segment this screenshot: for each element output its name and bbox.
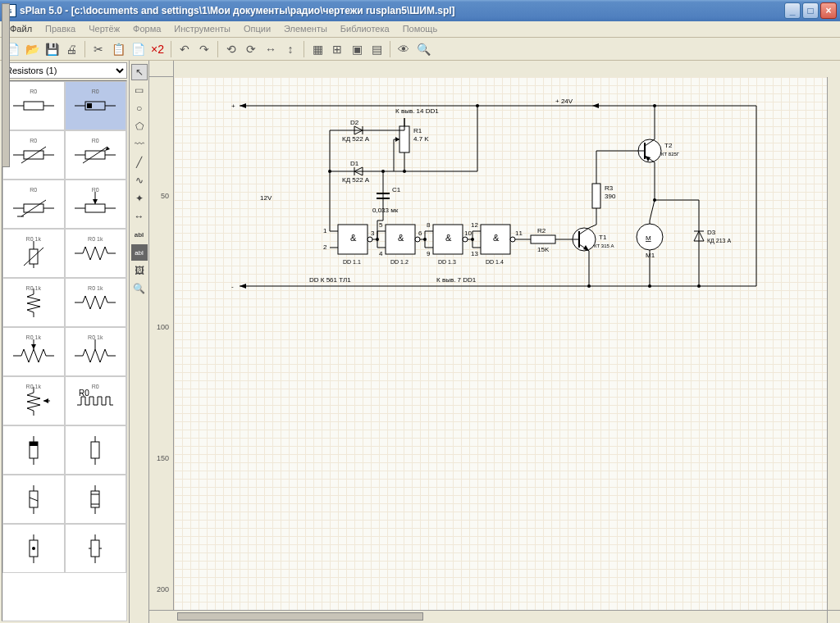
svg-text:8: 8 [427, 221, 431, 229]
menu-drawing[interactable]: Чертёж [82, 21, 126, 37]
palette-resistor-us-pot[interactable]: R0 1k [2, 327, 65, 376]
palette-resistor-us-v[interactable]: R0 1k [2, 278, 65, 327]
menu-tools[interactable]: Инструменты [167, 21, 237, 37]
rotate-right-button[interactable]: ⟳ [242, 40, 260, 58]
save-button[interactable]: 💾 [43, 40, 61, 58]
svg-rect-50 [30, 442, 38, 446]
svg-text:M: M [646, 234, 651, 242]
svg-text:+: + [231, 102, 235, 110]
text-tool[interactable]: abl [131, 226, 148, 243]
flip-v-button[interactable]: ↕ [281, 40, 299, 58]
palette-comp2[interactable] [65, 475, 127, 524]
menu-elements[interactable]: Элементы [277, 21, 334, 37]
palette-fuse2[interactable] [65, 425, 127, 475]
svg-text:3: 3 [371, 230, 375, 237]
palette-resistor-trim[interactable]: R0 1k [2, 376, 65, 425]
svg-line-14 [83, 147, 107, 163]
close-button[interactable]: × [820, 2, 837, 19]
palette-resistor-var3[interactable]: R0 [2, 180, 65, 229]
scrollbar-horizontal[interactable] [174, 610, 827, 623]
menu-edit[interactable]: Правка [39, 21, 82, 37]
svg-rect-22 [85, 204, 105, 212]
menu-help[interactable]: Помощь [396, 21, 445, 37]
ruler-corner [149, 61, 174, 77]
bezier-tool[interactable]: ∿ [131, 172, 148, 189]
svg-text:1: 1 [323, 227, 327, 234]
menu-options[interactable]: Опции [237, 21, 277, 37]
svg-text:D2: D2 [350, 119, 359, 126]
svg-text:11: 11 [515, 230, 523, 237]
label-tool[interactable]: abl [131, 244, 148, 261]
palette-crystal[interactable]: R0R0 [65, 376, 127, 425]
delete-button[interactable]: ×2 [148, 40, 167, 58]
menu-form[interactable]: Форма [126, 21, 167, 37]
palette-resistor-us[interactable]: R0 1k [65, 229, 127, 278]
palette-resistor-eu2[interactable]: R0 [65, 81, 127, 130]
svg-rect-53 [91, 442, 99, 458]
align-button[interactable]: ▦ [308, 40, 326, 58]
svg-text:9: 9 [427, 250, 431, 257]
zoom-tool[interactable]: 🔍 [131, 280, 148, 297]
svg-text:R2: R2 [537, 227, 546, 234]
title-bar: s sPlan 5.0 - [c:\documents and settings… [0, 0, 840, 21]
palette-resistor-us-pot2[interactable]: R0 1k [65, 327, 127, 376]
node-tool[interactable]: ✦ [131, 190, 148, 207]
rect-tool[interactable]: ▭ [131, 82, 148, 98]
svg-marker-39 [31, 344, 36, 349]
palette-fuse1[interactable] [2, 425, 65, 475]
palette-comp1[interactable] [2, 475, 65, 524]
zoom-button[interactable]: 🔍 [414, 40, 432, 58]
bringfront-button[interactable]: ▤ [368, 40, 386, 58]
svg-rect-69 [91, 540, 99, 557]
print-button[interactable]: 🖨 [62, 40, 80, 58]
paste-button[interactable]: 📄 [129, 40, 147, 58]
redo-button[interactable]: ↷ [195, 40, 213, 58]
svg-point-204 [423, 238, 427, 241]
copy-button[interactable]: 📋 [109, 40, 127, 58]
palette-resistor-var2[interactable]: R0 [65, 130, 127, 180]
svg-text:DD К 561 ТЛ1: DD К 561 ТЛ1 [309, 276, 351, 284]
svg-text:R0: R0 [79, 389, 89, 398]
scrollbar-vertical[interactable] [827, 77, 840, 610]
svg-text:4: 4 [379, 250, 383, 257]
palette-resistor-us2[interactable]: R0 1k [65, 278, 127, 327]
svg-text:-: - [231, 283, 234, 290]
find-button[interactable]: 👁 [395, 40, 413, 58]
cut-button[interactable]: ✂ [89, 40, 107, 58]
menu-bar: Файл Правка Чертёж Форма Инструменты Опц… [0, 21, 840, 38]
select-tool[interactable]: ↖ [131, 64, 148, 80]
svg-text:M1: M1 [646, 252, 655, 259]
maximize-button[interactable]: □ [802, 2, 819, 19]
circle-tool[interactable]: ○ [131, 100, 148, 116]
polygon-tool[interactable]: ⬠ [131, 118, 148, 134]
svg-point-223 [403, 170, 406, 173]
svg-text:DD 1.1: DD 1.1 [343, 259, 361, 265]
line-tool[interactable]: ╱ [131, 154, 148, 171]
svg-point-195 [476, 104, 479, 107]
grid-button[interactable]: ⊞ [328, 40, 346, 58]
svg-marker-25 [93, 199, 98, 204]
flip-h-button[interactable]: ↔ [262, 40, 280, 58]
menu-library[interactable]: Библиотека [334, 21, 396, 37]
svg-text:R1: R1 [413, 127, 422, 134]
palette-comp4[interactable] [65, 524, 127, 573]
toolbar: 📄 📂 💾 🖨 ✂ 📋 📄 ×2 ↶ ↷ ⟲ ⟳ ↔ ↕ ▦ ⊞ ▣ ▤ 👁 🔍 [0, 38, 840, 61]
drawing-canvas[interactable]: + + 24V К выв. 14 DD1 - DD К 561 ТЛ1 К в… [174, 77, 827, 610]
image-tool[interactable]: 🖼 [131, 262, 148, 279]
dimension-tool[interactable]: ↔ [131, 208, 148, 225]
undo-button[interactable]: ↶ [176, 40, 194, 58]
open-button[interactable]: 📂 [23, 40, 41, 58]
palette-comp3[interactable] [2, 524, 65, 573]
window-title: sPlan 5.0 - [c:\documents and settings\1… [20, 5, 783, 16]
svg-point-66 [32, 547, 35, 550]
library-select[interactable]: Resistors (1) [2, 62, 127, 79]
palette-resistor-eu[interactable]: R0 [2, 81, 65, 130]
svg-point-137 [463, 237, 468, 242]
freeform-tool[interactable]: 〰 [131, 136, 148, 152]
minimize-button[interactable]: _ [784, 2, 801, 19]
rotate-left-button[interactable]: ⟲ [222, 40, 240, 58]
palette-potentiometer[interactable]: R0 [65, 180, 127, 229]
palette-thermistor[interactable]: R0 1k [2, 229, 65, 278]
palette-resistor-var1[interactable]: R0 [2, 130, 65, 180]
sendback-button[interactable]: ▣ [348, 40, 366, 58]
